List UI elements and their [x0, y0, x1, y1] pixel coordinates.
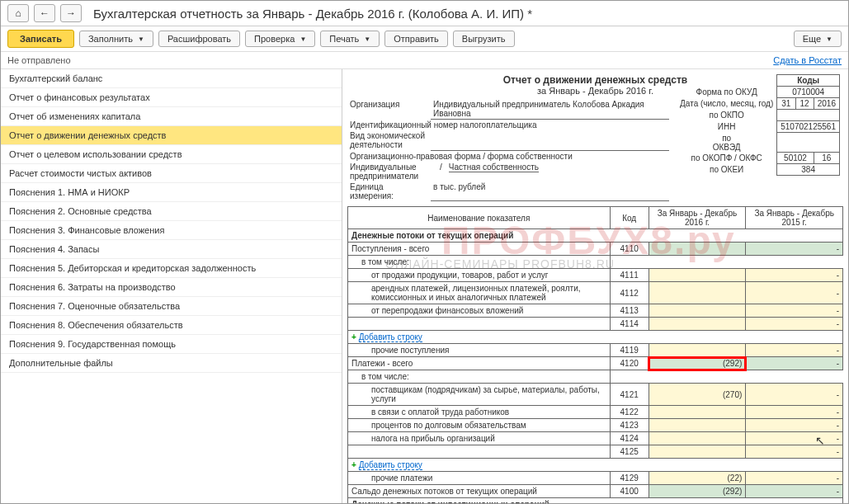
table-row: прочие платежи4129(22)- — [348, 472, 843, 485]
inn-label: Идентификационный номер налогоплательщик… — [347, 120, 669, 131]
sidebar-item[interactable]: Отчет о целевом использовании средств — [1, 145, 342, 164]
table-row: в том числе: — [348, 370, 843, 384]
table-row: в связи с оплатой труда работников4122- — [348, 406, 843, 419]
table-row: в том числе: — [348, 256, 843, 269]
form1: Индивидуальные предприниматели — [347, 162, 431, 181]
table-row: арендных платежей, лицензионных платежей… — [348, 282, 843, 304]
decode-button[interactable]: Расшифровать — [158, 31, 240, 47]
okopf-label: по ОКОПФ / ОКФС — [677, 153, 777, 164]
inn: 510702125561 — [777, 121, 840, 133]
sidebar-item[interactable]: Пояснения 5. Дебиторская и кредиторская … — [1, 259, 342, 278]
status-text: Не отправлено — [7, 55, 71, 65]
fill-button[interactable]: Заполнить▼ — [79, 31, 153, 47]
chevron-down-icon: ▼ — [364, 35, 370, 43]
table-row: 4125- — [348, 445, 843, 459]
forward-icon[interactable]: → — [60, 4, 82, 22]
org-value: Индивидуальный предприниматель Колобова … — [431, 99, 669, 120]
col-y2: За Январь - Декабрь 2015 г. — [746, 207, 843, 229]
page-title: Бухгалтерская отчетность за Январь - Дек… — [93, 7, 532, 21]
okpo-label: по ОКПО — [677, 110, 777, 121]
table-row: от продажи продукции, товаров, работ и у… — [348, 269, 843, 282]
chevron-down-icon: ▼ — [138, 35, 144, 43]
date-label: Дата (число, месяц, год) — [677, 98, 777, 110]
rosstat-link[interactable]: Сдать в Росстат — [773, 55, 842, 65]
table-row: поставщикам (подрядчикам) за сырье, мате… — [348, 384, 843, 406]
sidebar-item[interactable]: Отчет о финансовых результатах — [1, 88, 342, 107]
okei: 384 — [777, 164, 840, 176]
chevron-down-icon: ▼ — [300, 35, 306, 43]
form2: Частная собственность — [449, 163, 539, 172]
table-row: 4114- — [348, 318, 843, 331]
sidebar-item[interactable]: Пояснения 6. Затраты на производство — [1, 278, 342, 297]
sidebar: Бухгалтерский балансОтчет о финансовых р… — [1, 69, 342, 503]
more-button[interactable]: Еще▼ — [794, 31, 842, 47]
col-y1: За Январь - Декабрь 2016 г. — [649, 207, 746, 229]
sidebar-item[interactable]: Отчет об изменениях капитала — [1, 107, 342, 126]
table-row: процентов по долговым обязательствам4123… — [348, 419, 843, 432]
check-label: Проверка — [254, 34, 295, 44]
table-row: прочие поступления4119- — [348, 344, 843, 357]
add-row-link[interactable]: + Добавить строку — [348, 459, 843, 472]
table-row: Денежные потоки от инвестиционных операц… — [348, 498, 843, 504]
back-icon[interactable]: ← — [34, 4, 55, 22]
col-name: Наименование показателя — [348, 207, 611, 229]
inn-r: ИНН — [677, 121, 777, 133]
sidebar-item[interactable]: Пояснения 1. НМА и НИОКР — [1, 183, 342, 202]
print-button[interactable]: Печать▼ — [320, 31, 380, 47]
add-row-link[interactable]: + Добавить строку — [348, 331, 843, 344]
activity-label: Вид экономической деятельности — [347, 130, 431, 150]
home-icon[interactable]: ⌂ — [7, 4, 29, 22]
col-code: Код — [610, 207, 649, 229]
okud: 0710004 — [777, 87, 840, 98]
sidebar-item[interactable]: Пояснения 7. Оценочные обязательства — [1, 297, 342, 316]
export-button[interactable]: Выгрузить — [453, 31, 515, 47]
chevron-down-icon: ▼ — [826, 35, 832, 43]
unit-value: в тыс. рублей — [431, 181, 669, 201]
table-row: + Добавить строку — [348, 331, 843, 344]
form-label: Организационно-правовая форма / форма со… — [347, 150, 669, 162]
okei-label: по ОКЕИ — [677, 164, 777, 176]
sidebar-item[interactable]: Отчет о движении денежных средств — [1, 126, 342, 145]
sidebar-item[interactable]: Пояснения 8. Обеспечения обязательств — [1, 316, 342, 335]
org-label: Организация — [347, 99, 431, 120]
unit-label: Единица измерения: — [347, 181, 431, 201]
sidebar-item[interactable]: Пояснения 4. Запасы — [1, 240, 342, 259]
okud-label: Форма по ОКУД — [677, 87, 777, 98]
table-row: от перепродажи финансовых вложений4113- — [348, 304, 843, 318]
send-button[interactable]: Отправить — [384, 31, 448, 47]
table-row: + Добавить строку — [348, 459, 843, 472]
table-row: налога на прибыль организаций4124- — [348, 432, 843, 445]
print-label: Печать — [329, 34, 359, 44]
check-button[interactable]: Проверка▼ — [245, 31, 315, 47]
sidebar-item[interactable]: Пояснения 9. Государственная помощь — [1, 335, 342, 354]
sidebar-item[interactable]: Пояснения 3. Финансовые вложения — [1, 221, 342, 240]
data-table: Наименование показателя Код За Январь - … — [347, 206, 843, 503]
report-area: ПРОФБУХ8.ру ОНЛАЙН-СЕМИНАРЫ PROFBUH8.RU … — [342, 69, 848, 503]
table-row: Денежные потоки от текущих операций — [348, 229, 843, 243]
table-row: Платежи - всего4120(292)- — [348, 357, 843, 370]
sidebar-item[interactable]: Расчет стоимости чистых активов — [1, 164, 342, 183]
okved-label: по ОКВЭД — [677, 133, 777, 153]
more-label: Еще — [803, 34, 821, 44]
sidebar-item[interactable]: Пояснения 2. Основные средства — [1, 202, 342, 221]
table-row: Сальдо денежных потоков от текущих опера… — [348, 485, 843, 498]
codes-header: Коды — [777, 75, 840, 87]
write-button[interactable]: Записать — [7, 30, 74, 48]
fill-label: Заполнить — [88, 34, 133, 44]
sidebar-item[interactable]: Бухгалтерский баланс — [1, 69, 342, 88]
table-row: Поступления - всего4110- — [348, 243, 843, 256]
sidebar-item[interactable]: Дополнительные файлы — [1, 354, 342, 373]
